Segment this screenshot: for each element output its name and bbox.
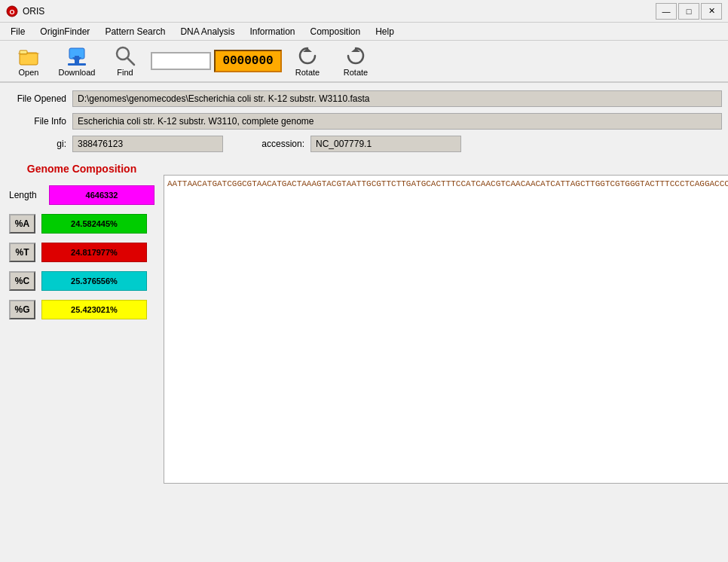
comp-label-t: %T bbox=[9, 243, 35, 262]
rotate-right-button[interactable]: Rotate bbox=[333, 43, 378, 79]
length-label: Length bbox=[9, 190, 43, 200]
genome-composition-title: Genome Composition bbox=[9, 163, 154, 175]
close-button[interactable]: ✕ bbox=[701, 3, 722, 20]
menu-help[interactable]: Help bbox=[368, 23, 402, 40]
lower-panel: Genome Composition Length 4646332 %A 24.… bbox=[6, 160, 722, 484]
svg-rect-8 bbox=[68, 63, 86, 66]
comp-label-g: %G bbox=[9, 300, 35, 319]
download-label: Download bbox=[59, 68, 96, 77]
file-info-value: Escherichia coli str. K-12 substr. W3110… bbox=[72, 113, 722, 130]
find-label: Find bbox=[117, 68, 133, 77]
maximize-button[interactable]: □ bbox=[678, 3, 699, 20]
svg-rect-4 bbox=[18, 53, 39, 54]
menu-information[interactable]: Information bbox=[242, 23, 302, 40]
genome-text-container: AATTAACATGATCGGCGTAACATGACTAAAGTACGTAATT… bbox=[164, 175, 728, 484]
menu-bar: File OriginFinder Pattern Search DNA Ana… bbox=[0, 23, 728, 41]
svg-rect-7 bbox=[75, 56, 79, 63]
file-opened-row: File Opened D:\genomes\genomecodes\Esche… bbox=[6, 89, 722, 108]
title-bar: O ORIS — □ ✕ bbox=[0, 0, 728, 23]
title-left: O ORIS bbox=[6, 5, 44, 17]
comp-bar-g: 25.423021% bbox=[41, 300, 147, 319]
comp-row-a: %A 24.582445% bbox=[9, 214, 154, 234]
gi-value: 388476123 bbox=[72, 136, 223, 152]
length-row: Length 4646332 bbox=[9, 185, 154, 205]
rotate-left-label: Rotate bbox=[295, 68, 320, 77]
accession-value: NC_007779.1 bbox=[310, 136, 461, 152]
rotate-right-icon bbox=[345, 45, 366, 66]
rotate-left-icon bbox=[297, 45, 318, 66]
length-bar: 4646332 bbox=[49, 185, 154, 205]
svg-text:O: O bbox=[9, 8, 14, 16]
gi-label: gi: bbox=[6, 139, 66, 149]
app-icon: O bbox=[6, 5, 18, 17]
file-info-row: File Info Escherichia coli str. K-12 sub… bbox=[6, 111, 722, 131]
open-button[interactable]: Open bbox=[6, 43, 51, 79]
comp-row-c: %C 25.376556% bbox=[9, 271, 154, 291]
genome-panel: Genome AATTAACATGATCGGCGTAACATGACTAAAGTA… bbox=[164, 160, 728, 484]
gi-accession-row: gi: 388476123 accession: NC_007779.1 bbox=[6, 134, 722, 154]
file-opened-label: File Opened bbox=[6, 93, 66, 104]
composition-panel: Genome Composition Length 4646332 %A 24.… bbox=[6, 160, 158, 484]
app-title: ORIS bbox=[23, 6, 44, 17]
comp-bar-a: 24.582445% bbox=[41, 214, 147, 234]
rotate-left-button[interactable]: Rotate bbox=[285, 43, 330, 79]
genome-text[interactable]: AATTAACATGATCGGCGTAACATGACTAAAGTACGTAATT… bbox=[164, 176, 728, 483]
comp-row-t: %T 24.817977% bbox=[9, 243, 154, 262]
title-controls: — □ ✕ bbox=[656, 3, 722, 20]
file-opened-value: D:\genomes\genomecodes\Escherichia coli … bbox=[72, 90, 722, 107]
menu-originfinder[interactable]: OriginFinder bbox=[32, 23, 97, 40]
find-icon bbox=[115, 45, 136, 66]
menu-pattern-search[interactable]: Pattern Search bbox=[97, 23, 173, 40]
open-icon bbox=[18, 45, 39, 66]
menu-composition[interactable]: Composition bbox=[302, 23, 368, 40]
download-button[interactable]: Download bbox=[54, 43, 99, 79]
minimize-button[interactable]: — bbox=[656, 3, 677, 20]
comp-row-g: %G 25.423021% bbox=[9, 300, 154, 319]
menu-file[interactable]: File bbox=[3, 23, 32, 40]
download-icon bbox=[66, 45, 87, 66]
rotate-right-label: Rotate bbox=[344, 68, 368, 77]
menu-dna-analysis[interactable]: DNA Analysis bbox=[173, 23, 242, 40]
open-label: Open bbox=[19, 68, 39, 77]
genome-title: Genome bbox=[164, 160, 728, 172]
comp-label-a: %A bbox=[9, 214, 35, 234]
file-info-label: File Info bbox=[6, 116, 66, 127]
find-button[interactable]: Find bbox=[102, 43, 148, 79]
counter-display: 0000000 bbox=[214, 50, 282, 72]
accession-label: accession: bbox=[229, 139, 304, 149]
find-input[interactable] bbox=[151, 52, 211, 70]
svg-line-10 bbox=[127, 58, 134, 65]
comp-bar-t: 24.817977% bbox=[41, 243, 147, 262]
comp-bar-c: 25.376556% bbox=[41, 271, 147, 291]
main-content: File Opened D:\genomes\genomecodes\Esche… bbox=[0, 83, 728, 490]
toolbar: Open Download Find 0000000 bbox=[0, 41, 728, 83]
comp-label-c: %C bbox=[9, 271, 35, 291]
